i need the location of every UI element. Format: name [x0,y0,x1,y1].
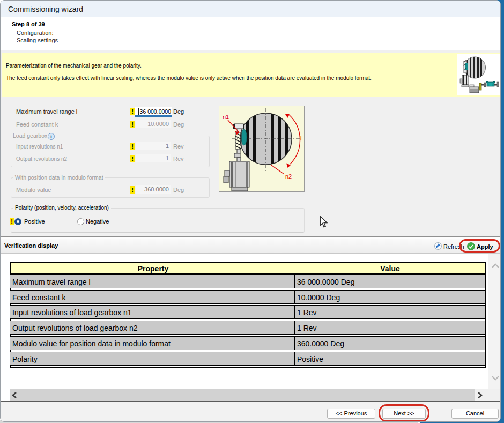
svg-text:n2: n2 [285,173,292,180]
svg-text:n1: n1 [223,114,229,120]
svg-text:l: l [300,135,301,141]
